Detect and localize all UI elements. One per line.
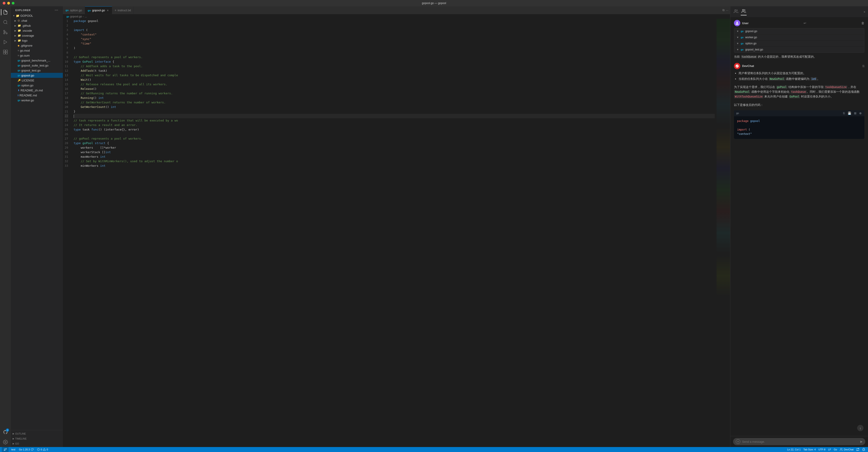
sidebar-item-gomod[interactable]: ≡ go.mod bbox=[11, 48, 63, 53]
code-block-content: package gopool import ( "context" bbox=[734, 116, 864, 139]
tab-size[interactable]: Tab Size: 4 bbox=[802, 448, 816, 451]
user-message-text: 当前 taskQueue 的大小是固定的，我希望将其改成可配置的。 bbox=[734, 55, 864, 59]
tab-active-go-icon: go bbox=[88, 9, 91, 12]
encoding[interactable]: UTF-8 bbox=[817, 448, 827, 451]
code-block-header: go ⎘ 💾 ⊞ ⊕ bbox=[734, 110, 864, 116]
svg-point-0 bbox=[4, 20, 7, 24]
file-ref-gopool[interactable]: ▼ go gopool.go bbox=[734, 28, 864, 34]
activity-bar: 1 bbox=[0, 6, 11, 447]
tab-instruct-txt[interactable]: ≡ instruct.txt bbox=[112, 6, 134, 14]
maximize-button[interactable] bbox=[12, 2, 14, 4]
scroll-down-button[interactable]: ↓ bbox=[857, 425, 864, 431]
add-context-button[interactable]: + bbox=[736, 439, 740, 444]
sidebar-footer: ▶ OUTLINE ▶ TIMELINE ▶ GO bbox=[11, 430, 63, 447]
language-mode[interactable]: Go bbox=[833, 448, 838, 451]
message-edit-btn[interactable]: ↩ bbox=[804, 21, 806, 25]
sidebar-item-suite-test[interactable]: go gopool_suite_test.go bbox=[11, 63, 63, 68]
more-actions-icon[interactable]: ··· bbox=[726, 8, 728, 12]
sidebar-item-license[interactable]: 🔑 LICENSE bbox=[11, 78, 63, 83]
activity-github[interactable]: 1 bbox=[1, 428, 10, 436]
sidebar-item-vscode[interactable]: ▶ 📁 .vscode bbox=[11, 28, 63, 33]
tab-txt-icon: ≡ bbox=[115, 9, 116, 11]
svg-point-21 bbox=[840, 448, 842, 450]
activity-extensions[interactable] bbox=[1, 48, 10, 57]
sidebar-item-readme-zh[interactable]: ⬇ README_zh.md bbox=[11, 88, 63, 93]
activity-settings[interactable] bbox=[1, 437, 10, 447]
svg-rect-9 bbox=[6, 52, 7, 54]
sidebar-item-github[interactable]: ▶ 📁 .github bbox=[11, 23, 63, 28]
chat-input[interactable] bbox=[742, 440, 858, 444]
user-avatar bbox=[734, 20, 740, 26]
save-code-btn[interactable]: 💾 bbox=[847, 111, 852, 115]
sidebar-item-logo[interactable]: ▶ 📁 logo bbox=[11, 38, 63, 43]
devchat-code-intro: 以下是修改后的代码： bbox=[734, 103, 864, 108]
activity-run[interactable] bbox=[1, 37, 10, 47]
file-ref-worker[interactable]: ▼ go worker.go bbox=[734, 34, 864, 40]
copy-code-btn[interactable]: ⎘ bbox=[843, 111, 845, 115]
devchat-copy-btn[interactable]: ⎘ bbox=[863, 64, 864, 68]
cursor-position[interactable]: Ln 22, Col 1 bbox=[786, 448, 802, 451]
sidebar-timeline[interactable]: ▶ TIMELINE bbox=[11, 436, 63, 441]
editor-actions[interactable]: ⧉ ··· bbox=[721, 8, 730, 12]
sidebar-item-benchmark[interactable]: go gopool_benchmark_... bbox=[11, 58, 63, 63]
minimize-button[interactable] bbox=[7, 2, 10, 4]
sidebar-more-button[interactable]: ··· bbox=[55, 8, 58, 12]
panel-icon-chat[interactable] bbox=[741, 8, 747, 16]
go-version-label[interactable]: Go 1.20.3 bbox=[18, 447, 34, 452]
editor-content: 12345 678910 1112131415 1617181920 21222… bbox=[63, 19, 730, 447]
sidebar-outline[interactable]: ▶ OUTLINE bbox=[11, 431, 63, 436]
devchat-message: DevChat ⎘ 用户希望将任务队列的大小从固定值改为可配置的。 当前的任务队… bbox=[734, 63, 864, 139]
sidebar-item-gopool-test[interactable]: go gopool_test.go bbox=[11, 68, 63, 73]
file-ref-gopool-test[interactable]: ▼ go gopool_test.go bbox=[734, 47, 864, 53]
diff-code-btn[interactable]: ⊞ bbox=[854, 111, 857, 115]
code-editor[interactable]: package gopool import ( "context" "sync"… bbox=[72, 19, 717, 447]
status-sync[interactable] bbox=[855, 448, 860, 451]
activity-search[interactable] bbox=[1, 18, 10, 27]
svg-marker-5 bbox=[4, 40, 7, 44]
window-controls[interactable] bbox=[3, 2, 14, 4]
error-count[interactable]: 0 0 bbox=[36, 447, 49, 452]
explorer-label: EXPLORER bbox=[16, 9, 31, 11]
chat-container[interactable]: User ↩ 🗑 ▼ go gopool.go ▼ go worker.go bbox=[730, 17, 868, 436]
close-button[interactable] bbox=[3, 2, 5, 4]
sidebar-go[interactable]: ▶ GO bbox=[11, 441, 63, 446]
sidebar-item-gopool[interactable]: go gopool.go bbox=[11, 73, 63, 78]
sidebar-item-coverage[interactable]: ▶ 📁 coverage bbox=[11, 33, 63, 38]
apply-code-btn[interactable]: ⊕ bbox=[859, 111, 862, 115]
svg-line-1 bbox=[6, 23, 7, 24]
git-branch-label[interactable]: test bbox=[10, 447, 16, 452]
sidebar-item-worker[interactable]: go worker.go bbox=[11, 98, 63, 103]
sidebar-header: EXPLORER ··· bbox=[11, 6, 63, 13]
panel-icon-users[interactable] bbox=[733, 8, 739, 15]
sidebar: EXPLORER ··· ▼ 📁 GOPOOL ▶ ⊙ .chat ▶ 📁 .g… bbox=[11, 6, 63, 447]
svg-point-14 bbox=[6, 448, 6, 449]
user-message: User ↩ 🗑 ▼ go gopool.go ▼ go worker.go bbox=[734, 20, 864, 59]
editor-area: go option.go go gopool.go × ≡ instruct.t… bbox=[63, 6, 730, 447]
activity-explorer[interactable] bbox=[1, 8, 10, 17]
user-message-header: User ↩ 🗑 bbox=[734, 20, 864, 26]
tab-option-go[interactable]: go option.go bbox=[63, 6, 85, 14]
sidebar-item-gosum[interactable]: ≡ go.sum bbox=[11, 53, 63, 58]
sidebar-item-readme[interactable]: ℹ README.md bbox=[11, 93, 63, 98]
message-delete-btn[interactable]: 🗑 bbox=[861, 21, 864, 25]
sidebar-item-chat[interactable]: ▶ ⊙ .chat bbox=[11, 18, 63, 23]
split-editor-icon[interactable]: ⧉ bbox=[722, 8, 724, 12]
sidebar-root-folder[interactable]: ▼ 📁 GOPOOL bbox=[11, 13, 63, 18]
line-ending[interactable]: LF bbox=[827, 448, 832, 451]
github-badge: 1 bbox=[6, 428, 9, 432]
activity-source-control[interactable] bbox=[1, 28, 10, 37]
tab-gopool-go[interactable]: go gopool.go × bbox=[85, 6, 112, 14]
tab-go-icon: go bbox=[66, 9, 68, 11]
panel-close-button[interactable]: × bbox=[864, 10, 865, 13]
devchat-status[interactable]: DevChat bbox=[839, 448, 855, 451]
file-ref-option[interactable]: ▼ go option.go bbox=[734, 40, 864, 46]
git-branch-icon[interactable] bbox=[2, 447, 8, 452]
svg-point-15 bbox=[4, 450, 5, 451]
sidebar-item-option[interactable]: go option.go bbox=[11, 83, 63, 88]
svg-rect-6 bbox=[3, 50, 5, 52]
send-message-button[interactable]: ➤ bbox=[860, 440, 863, 444]
sidebar-item-gitignore[interactable]: ◆ .gitignore bbox=[11, 43, 63, 48]
chat-input-box: + ➤ bbox=[733, 438, 865, 445]
status-notifications[interactable] bbox=[861, 448, 866, 451]
tab-close-button[interactable]: × bbox=[106, 8, 109, 12]
